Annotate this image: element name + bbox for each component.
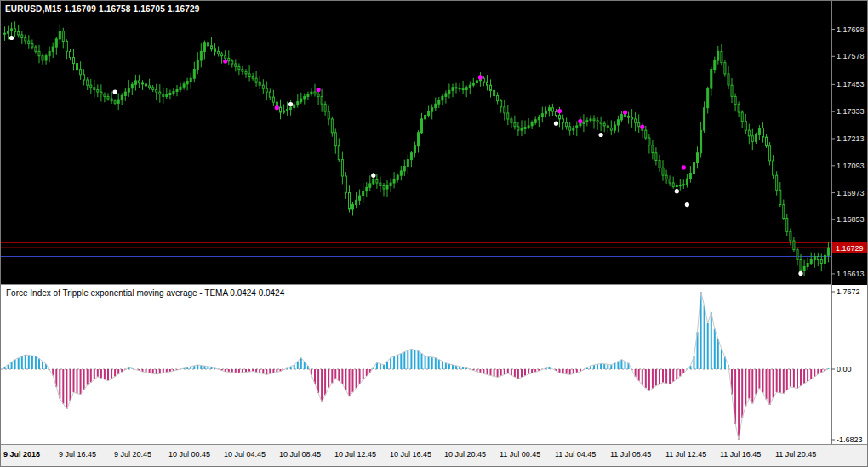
time-axis-label: 10 Jul 04:45	[224, 450, 266, 458]
time-axis-label: 10 Jul 00:45	[168, 450, 210, 458]
time-axis-label: 10 Jul 20:45	[444, 450, 486, 458]
time-axis-label: 11 Jul 08:45	[610, 450, 651, 458]
time-axis-label: 10 Jul 08:45	[279, 450, 321, 458]
time-axis-label: 11 Jul 20:45	[775, 450, 816, 458]
mt4-chart-window: 9 Jul 20189 Jul 16:459 Jul 20:4510 Jul 0…	[0, 0, 868, 467]
time-axis-label: 9 Jul 16:45	[59, 450, 96, 458]
chart-ohlc-title: EURUSD,M15 1.16709 1.16758 1.16705 1.167…	[5, 4, 200, 14]
time-axis-label: 11 Jul 04:45	[555, 450, 596, 458]
time-axis-label: 11 Jul 16:45	[720, 450, 761, 458]
time-axis-label: 11 Jul 00:45	[500, 450, 540, 458]
time-axis-label: 10 Jul 16:45	[390, 450, 431, 458]
time-axis-label: 10 Jul 12:45	[334, 450, 376, 458]
time-axis[interactable]: 9 Jul 20189 Jul 16:459 Jul 20:4510 Jul 0…	[1, 444, 868, 467]
indicator-panel[interactable]	[1, 284, 868, 444]
time-axis-label: 9 Jul 2018	[3, 450, 40, 458]
time-axis-label: 9 Jul 20:45	[114, 450, 151, 458]
price-chart-panel[interactable]	[1, 1, 868, 284]
time-axis-label: 11 Jul 12:45	[665, 450, 706, 458]
indicator-title: Force Index of Tripple exponential movin…	[6, 288, 284, 298]
